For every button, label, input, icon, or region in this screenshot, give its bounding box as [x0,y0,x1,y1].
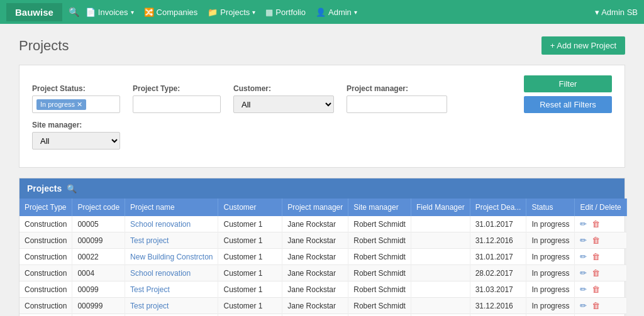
projects-icon: 📁 [208,8,218,17]
cell-deadline: 31.12.2016 [470,298,526,314]
project-name-link[interactable]: School renovation [130,220,191,229]
tag-close-icon[interactable]: ✕ [77,101,82,109]
add-project-button[interactable]: + Add new Project [541,36,625,55]
customer-select[interactable]: All [233,95,334,113]
project-status-label: Project Status: [32,84,120,93]
cell-customer: Customer 1 [218,249,282,265]
col-type: Project Type [19,199,72,216]
cell-name: Test project [125,232,218,249]
cell-sm: Robert Schmidt [348,298,411,314]
cell-code: 00022 [72,249,125,265]
cell-sm: Robert Schmidt [348,216,411,232]
cell-deadline: 31.01.2017 [470,249,526,265]
cell-type: Construction [19,298,72,314]
navbar-item-admin[interactable]: 👤 Admin ▾ [316,8,357,17]
action-buttons: ✏ 🗑 [580,268,621,278]
navbar-item-projects[interactable]: 📁 Projects ▾ [208,8,255,17]
user-menu[interactable]: ▾ Admin SB [595,8,638,17]
filter-panel: Project Status: In progress ✕ Project Ty… [19,65,625,168]
cell-pm: Jane Rockstar [282,314,348,317]
admin-caret: ▾ [354,9,357,16]
site-manager-label: Site manager: [32,121,120,129]
cell-customer: Customer 1 [218,265,282,281]
project-type-input[interactable] [133,95,221,113]
project-manager-input[interactable] [347,95,447,113]
cell-code: 000999 [72,298,125,314]
site-manager-select[interactable]: All [32,132,120,150]
cell-code: 000999 [72,314,125,317]
project-manager-label: Project manager: [347,84,447,93]
col-code: Project code [72,199,125,216]
cell-pm: Jane Rockstar [282,298,348,314]
status-tag: In progress ✕ [36,99,86,110]
cell-fm [411,298,470,314]
col-status: Status [526,199,575,216]
navbar-item-companies[interactable]: 🔀 Companies [144,8,198,17]
cell-deadline: 31.01.2017 [470,314,526,317]
edit-icon[interactable]: ✏ [580,236,587,245]
delete-icon[interactable]: 🗑 [592,285,600,294]
cell-pm: Jane Rockstar [282,232,348,249]
delete-icon[interactable]: 🗑 [592,301,600,310]
cell-type: Construction [19,281,72,298]
page-content: Projects + Add new Project Project Statu… [0,24,644,316]
user-caret: ▾ [595,8,601,17]
edit-icon[interactable]: ✏ [580,252,587,261]
brand-logo[interactable]: Bauwise [6,3,62,21]
cell-sm: Robert Schmidt [348,281,411,298]
project-name-link[interactable]: New Building Constrcton [130,253,213,261]
navbar-item-invoices[interactable]: 📄 Invoices ▾ [86,8,134,17]
status-badge: In progress [531,302,569,310]
cell-status: In progress [526,281,575,298]
project-name-link[interactable]: School renovation [130,269,191,278]
col-sm: Site manager [348,199,411,216]
edit-icon[interactable]: ✏ [580,301,587,310]
cell-status: In progress [526,265,575,281]
project-name-link[interactable]: Test project [130,302,169,310]
cell-actions: ✏ 🗑 [575,298,626,314]
col-deadline: Project Dea... [470,199,526,216]
action-buttons: ✏ 🗑 [580,285,621,294]
edit-icon[interactable]: ✏ [580,219,587,229]
filter-button[interactable]: Filter [524,75,612,92]
table-title: Projects [27,183,62,193]
status-badge: In progress [531,253,569,261]
table-row: Construction 00022 New Building Constrct… [19,249,626,265]
table-header-bar: Projects 🔍 [19,178,625,199]
cell-pm: Jane Rockstar [282,216,348,232]
delete-icon[interactable]: 🗑 [592,252,600,261]
project-name-link[interactable]: Test project [130,236,169,245]
project-name-link[interactable]: Test Project [130,285,170,294]
navbar-item-portfolio[interactable]: ▦ Portfolio [265,8,306,17]
table-search-icon[interactable]: 🔍 [67,184,77,193]
cell-code: 000099 [72,232,125,249]
edit-icon[interactable]: ✏ [580,268,587,278]
invoices-icon: 📄 [86,8,96,17]
page-title: Projects [19,38,69,54]
cell-fm [411,265,470,281]
cell-actions: ✏ 🗑 [575,232,626,249]
cell-deadline: 31.01.2017 [470,216,526,232]
cell-customer: Customer 1 [218,298,282,314]
cell-actions: ✏ 🗑 [575,249,626,265]
site-manager-filter: Site manager: All [32,121,120,150]
cell-pm: Jane Rockstar [282,265,348,281]
user-label: Admin SB [601,8,638,17]
delete-icon[interactable]: 🗑 [592,219,600,229]
navbar-search-icon[interactable]: 🔍 [69,7,79,17]
cell-status: In progress [526,314,575,317]
cell-name: School renovation [125,265,218,281]
cell-actions: ✏ 🗑 [575,216,626,232]
reset-button[interactable]: Reset all Filters [524,96,612,113]
edit-icon[interactable]: ✏ [580,285,587,294]
filter-buttons: Filter Reset all Filters [524,75,612,113]
project-status-input[interactable]: In progress ✕ [32,95,120,113]
cell-name: Test project [125,298,218,314]
col-pm: Project manager [282,199,348,216]
delete-icon[interactable]: 🗑 [592,268,600,278]
cell-customer: Customer 1 [218,281,282,298]
table-section: Projects 🔍 Project Type Project code Pro… [19,178,625,316]
delete-icon[interactable]: 🗑 [592,236,600,245]
projects-caret: ▾ [252,9,255,16]
portfolio-icon: ▦ [265,8,273,17]
